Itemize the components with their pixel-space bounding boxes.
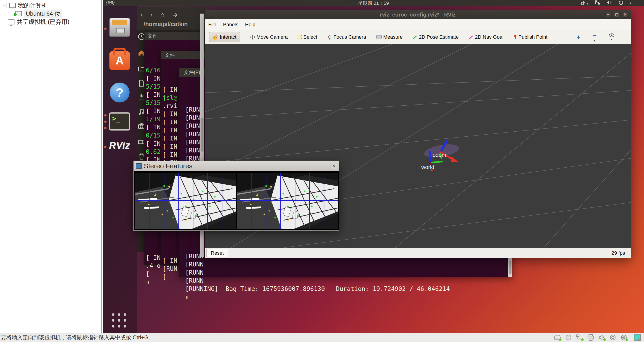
vm-library-sidebar: − 我的计算机 Ubuntu 64 位 共享虚拟机 (已弃用) xyxy=(0,0,102,333)
tool-measure[interactable]: Measure xyxy=(376,34,403,40)
rviz-toolbar: ☝ Interact Move Camera Select Focus Came… xyxy=(205,30,631,44)
terminal-menu-file[interactable]: 文件 xyxy=(144,32,203,40)
dock-item-terminal[interactable]: >_ xyxy=(109,112,130,130)
home-icon[interactable]: ⌂ xyxy=(160,11,164,19)
tree-item-ubuntu-vm[interactable]: Ubuntu 64 位 xyxy=(0,10,101,18)
remove-tool-button[interactable]: −▾ xyxy=(592,32,596,42)
network-icon[interactable] xyxy=(594,0,600,6)
rviz-logo-icon: RViz xyxy=(109,140,130,151)
running-indicator xyxy=(104,127,106,129)
stereo-titlebar[interactable]: Stereo Features ✕ xyxy=(134,161,339,171)
menu-file[interactable]: File xyxy=(208,22,216,28)
tool-focus-camera[interactable]: Focus Camera xyxy=(327,34,366,40)
menu-panels[interactable]: Panels xyxy=(223,22,238,28)
menu-help[interactable]: Help xyxy=(245,22,255,28)
right-camera-image xyxy=(237,173,338,229)
terminal-line: ▯ xyxy=(185,293,512,301)
running-indicator xyxy=(104,28,106,30)
move-icon xyxy=(250,34,255,40)
stereo-features-window[interactable]: Stereo Features ✕ xyxy=(134,160,339,231)
path-bar[interactable]: /home/jsl/catkin xyxy=(137,19,205,28)
go-icon[interactable]: ➜ xyxy=(172,11,178,19)
close-icon[interactable]: ✕ xyxy=(622,12,628,18)
frame-label-odom: odom xyxy=(432,152,446,158)
system-menu-caret-icon[interactable]: ▾ xyxy=(630,1,631,5)
power-icon[interactable] xyxy=(618,0,624,6)
window-title: Stereo Features xyxy=(144,162,192,170)
cd-rom-icon[interactable] xyxy=(564,334,572,341)
image-view-icon xyxy=(136,163,142,169)
minimize-icon[interactable]: − xyxy=(605,12,612,18)
tree-item-my-computer[interactable]: − 我的计算机 xyxy=(0,1,101,10)
eye-icon xyxy=(609,33,614,37)
terminal-line: [RUNN xyxy=(185,260,512,268)
volume-icon[interactable] xyxy=(606,0,612,6)
back-icon[interactable]: ‹ xyxy=(140,11,143,19)
cd-rom-2-icon[interactable] xyxy=(609,334,617,341)
vm-running-icon xyxy=(15,11,22,16)
tool-visibility-button[interactable]: ▾ xyxy=(609,33,614,41)
dock-item-help[interactable]: ? xyxy=(109,82,130,102)
input-language-indicator[interactable]: zh ▾ xyxy=(580,0,588,6)
tool-interact[interactable]: ☝ Interact xyxy=(209,32,240,42)
fps-counter: 29 fps xyxy=(612,250,631,256)
ubuntu-software-icon: A xyxy=(110,51,130,70)
nav-arrow-icon xyxy=(469,34,474,40)
tree-expander-icon[interactable]: − xyxy=(2,3,7,8)
files-icon xyxy=(109,18,130,37)
stereo-image-pair xyxy=(134,171,339,230)
clock[interactable]: 星期四 01：59 xyxy=(358,0,389,6)
left-camera-image xyxy=(135,173,236,229)
sound-icon[interactable] xyxy=(598,334,606,341)
vmware-statusbar: 要将输入定向到该虚拟机，请将鼠标指针移入其中或按 Ctrl+G。 xyxy=(0,333,644,342)
hand-icon: ☝ xyxy=(212,34,218,40)
tree-item-shared-vms[interactable]: 共享虚拟机 (已弃用) xyxy=(0,18,101,26)
tool-2d-nav-goal[interactable]: 2D Nav Goal xyxy=(469,34,504,40)
usb-disc-icon[interactable] xyxy=(620,334,628,341)
notes-icon[interactable] xyxy=(634,334,641,341)
tree-label: Ubuntu 64 位 xyxy=(24,10,62,18)
forward-icon[interactable]: › xyxy=(150,11,153,19)
terminal-line: [RUNNING] Bag Time: 1675936007.896130 Du… xyxy=(185,285,512,293)
selection-box-icon xyxy=(298,35,302,39)
tree-label: 我的计算机 xyxy=(18,2,48,10)
close-icon[interactable]: ✕ xyxy=(330,163,337,169)
focus-icon xyxy=(327,34,332,40)
computer-icon xyxy=(9,3,16,8)
tool-publish-point[interactable]: Publish Point xyxy=(514,34,548,40)
reset-button[interactable]: Reset xyxy=(206,249,228,258)
rviz-titlebar[interactable]: rviz_euroc_config.rviz* - RViz − ▢ ✕ xyxy=(205,10,631,19)
dock-item-ubuntu-software[interactable]: A xyxy=(109,51,130,70)
terminal-icon: >_ xyxy=(109,112,130,130)
help-icon: ? xyxy=(110,82,130,102)
tool-move-camera[interactable]: Move Camera xyxy=(250,34,288,40)
dock-item-rviz[interactable]: RViz xyxy=(109,140,130,151)
show-applications-button[interactable] xyxy=(112,313,128,329)
dock-item-files[interactable] xyxy=(109,18,130,37)
files-window-header: ‹ › ⌂ ➜ /home/jsl/catkin xyxy=(137,7,205,30)
printer-icon[interactable] xyxy=(586,334,595,341)
tool-select[interactable]: Select xyxy=(298,34,317,40)
frame-label-world: world xyxy=(421,164,434,170)
pose-arrow-icon xyxy=(413,34,418,40)
hard-disk-icon[interactable] xyxy=(553,334,562,341)
focus-hint-text: 要将输入定向到该虚拟机，请将鼠标指针移入其中或按 Ctrl+G。 xyxy=(0,334,154,341)
scrollbar-thumb[interactable] xyxy=(200,118,204,152)
add-tool-icon[interactable]: + xyxy=(576,33,580,41)
running-indicator xyxy=(104,114,106,116)
window-title: rviz_euroc_config.rviz* - RViz xyxy=(380,12,456,18)
network-adapter-icon[interactable] xyxy=(576,334,584,341)
vm-guest-screen: 活动 星期四 01：59 zh ▾ ▾ A ? >_ RViz xyxy=(103,0,644,333)
ruler-icon xyxy=(376,36,382,38)
maximize-icon[interactable]: ▢ xyxy=(614,12,620,18)
running-indicator xyxy=(104,120,106,123)
tool-2d-pose-estimate[interactable]: 2D Pose Estimate xyxy=(413,34,459,40)
shared-vm-icon xyxy=(8,19,14,24)
gnome-topbar: 活动 星期四 01：59 zh ▾ ▾ xyxy=(103,0,644,6)
activities-button[interactable]: 活动 xyxy=(106,0,116,6)
rviz-menubar: File Panels Help xyxy=(205,19,631,30)
tree-label: 共享虚拟机 (已弃用) xyxy=(17,18,70,26)
running-indicator xyxy=(104,146,106,148)
terminal-line: [RUNN xyxy=(185,268,512,277)
rviz-statusbar: Reset 29 fps xyxy=(205,248,631,258)
